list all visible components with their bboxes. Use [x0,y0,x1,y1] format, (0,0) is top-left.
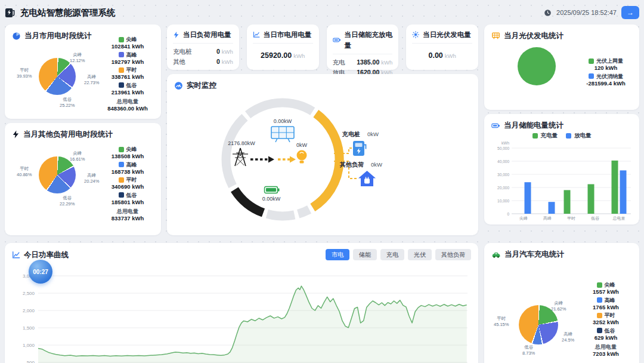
app-title: 充电站智慧能源管理系统 [20,7,116,19]
card-city-usage: 当月市用电时段统计 尖峰12.12% 高峰22.73% 低谷25.22% 平时3… [5,24,161,119]
legend-item: 光伏消纳量 [580,73,632,80]
legend-value: 138508 kWh [101,153,154,161]
legend-total-label: 总用电量 [101,208,154,215]
legend-value: -281599.4 kWh [580,80,632,88]
tab-其他负荷[interactable]: 其他负荷 [435,249,471,260]
pie-callout-peak: 尖峰12.12% [70,52,85,64]
card-other-usage: 当月其他负荷用电时段统计 尖峰16.61% 高峰20.24% 低谷22.29% … [5,123,161,235]
center-load-value: 0kW [289,142,315,148]
legend-value: 1765 kWh [580,304,632,312]
card-title-text: 今日功率曲线 [24,250,69,260]
pv-title-row: 当月光伏发电统计 [491,30,632,41]
legend-value: 120 kWh [580,64,632,72]
solar-panel-icon [491,32,500,40]
storage-bar-legend: 充电量放电量 [491,132,632,140]
car-legend: 尖峰1557 kWh高峰1765 kWh平时3252 kWh低谷629 kWh总… [580,260,632,363]
other-load-node-icon[interactable] [358,171,376,186]
legend-item: 平时 [101,66,154,73]
legend-value: 338761 kWh [101,73,154,81]
card-title-text: 当月市用电时段统计 [24,30,92,41]
left-column: 当月市用电时段统计 尖峰12.12% 高峰22.73% 低谷25.22% 平时3… [5,24,161,235]
storage-bar-chart[interactable]: kWh010,00020,00030,00040,00050,000尖峰高峰平时… [491,140,632,226]
stat-title-row: 当日储能充放电量 [333,29,393,54]
pie-callout-high: 高峰24.5% [562,331,574,343]
forward-nav-button[interactable]: → [621,6,639,19]
stat-title-row: 当日市电用电量 [253,29,313,44]
legend-item: 尖峰 [101,146,154,153]
stat-title: 当日光伏发电量 [423,29,471,40]
app-header: 充电站智慧能源管理系统 2025/09/25 18:52:47 → [5,4,639,21]
tab-市电[interactable]: 市电 [326,249,349,260]
power-line-chart[interactable]: 3,0002,5002,0001,5001,0005000 [12,264,471,363]
card-title-text: 实时监控 [187,80,216,91]
svg-text:20,000: 20,000 [497,186,509,190]
bar-legend-item[interactable]: 放电量 [566,132,592,140]
legend-value: 192797 kWh [101,59,154,66]
legend-value: 3252 kWh [580,319,632,327]
charger-node-icon[interactable] [353,141,366,156]
city-usage-legend: 尖峰102841 kWh高峰192797 kWh平时338761 kWh低谷21… [101,41,154,108]
current-timestamp: 2025/09/25 18:52:47 [556,9,617,16]
pv-legend: 光伏上网量120 kWh光伏消纳量-281599.4 kWh [580,41,632,104]
svg-text:1,000: 1,000 [23,343,35,348]
gauge-icon [174,81,183,90]
dashboard-page: 充电站智慧能源管理系统 2025/09/25 18:52:47 → 当月市用电时… [0,0,644,363]
pie-callout-high: 高峰22.73% [84,74,99,86]
legend-item: 低谷 [580,327,632,334]
card-title-text: 当月汽车充电统计 [504,249,564,260]
card-daily-storage: 当日储能充放电量 充电1385.00kWh 放电1620.00kWh [327,24,399,70]
line-chart-icon [12,251,20,259]
grid-power-value: 2176.80kW [216,140,267,146]
lightning-icon [12,130,20,139]
pie-callout-flat: 平时45.15% [494,316,509,328]
energy-flow-diagram: 0.00kW 2176.80kW 0kW 0.00kW 充电桩0kW 其他负荷0… [174,93,471,223]
tab-充电[interactable]: 充电 [380,249,404,260]
other-usage-legend: 尖峰138508 kWh高峰168738 kWh平时340690 kWh低谷18… [101,140,154,229]
svg-text:总电量: 总电量 [612,216,626,220]
card-title-text: 当月光伏发电统计 [504,30,564,41]
pv-pie[interactable] [518,47,556,85]
legend-item: 低谷 [101,192,154,199]
ring-flow-segment-yellow [312,113,339,208]
pie-callout-valley: 低谷25.22% [60,97,75,109]
tab-光伏[interactable]: 光伏 [408,249,432,260]
pv-pie-area: 光伏上网量120 kWh光伏消纳量-281599.4 kWh [491,41,632,104]
svg-text:平时: 平时 [567,216,575,220]
storage-battery-icon [265,187,280,193]
battery-icon [491,122,500,130]
card-daily-pv: 当日光伏发电量 0.00kWh [406,24,478,70]
legend-item: 尖峰 [101,36,154,43]
bar-legend-item[interactable]: 充电量 [532,132,558,140]
lightning-icon [173,31,179,39]
middle-column: 当日负荷用电量 充电桩0kWh 其他0kWh 当日市电用电量 25920.00k… [167,24,478,235]
city-usage-pie-area: 尖峰12.12% 高峰22.73% 低谷25.22% 平时39.93% 尖峰10… [12,41,154,108]
main-grid: 当月市用电时段统计 尖峰12.12% 高峰22.73% 低谷25.22% 平时3… [5,24,639,235]
svg-text:尖峰: 尖峰 [519,216,528,220]
stat-row-item: 充电1385.00kWh [333,57,393,67]
card-title-text: 当月储能电量统计 [504,120,564,131]
car-title-row: 当月汽车充电统计 [491,249,632,260]
time-badge[interactable]: 00:27 [29,260,52,284]
svg-text:40,000: 40,000 [497,159,509,164]
tab-储能[interactable]: 储能 [353,249,377,260]
legend-total-value: 848360.00 kWh [101,105,154,113]
charger-node-label: 充电桩0kW [342,130,379,139]
power-curve-tabs: 市电储能充电光伏其他负荷 [326,249,471,260]
svg-text:1,500: 1,500 [23,325,35,331]
svg-text:500: 500 [27,360,35,363]
legend-value: 102841 kWh [101,43,154,51]
legend-item: 高峰 [580,297,632,304]
stat-big-value: 0.00kWh [412,51,472,60]
car-pie-area: 尖峰21.62% 高峰24.5% 低谷8.73% 平时45.15% 尖峰1557… [491,260,632,363]
card-other-usage-title-row: 当月其他负荷用电时段统计 [12,129,154,140]
legend-item: 光伏上网量 [580,57,632,64]
legend-item: 高峰 [101,161,154,168]
card-pv-month: 当月光伏发电统计 光伏上网量120 kWh光伏消纳量-281599.4 kWh [484,24,639,110]
stat-title: 当日负荷用电量 [183,29,231,40]
bulb-icon [297,150,307,164]
card-daily-load: 当日负荷用电量 充电桩0kWh 其他0kWh [167,24,239,70]
legend-item: 平时 [101,176,154,183]
card-daily-city-power: 当日市电用电量 25920.00kWh [247,24,319,70]
car-icon [491,251,501,259]
legend-item: 尖峰 [580,281,632,288]
